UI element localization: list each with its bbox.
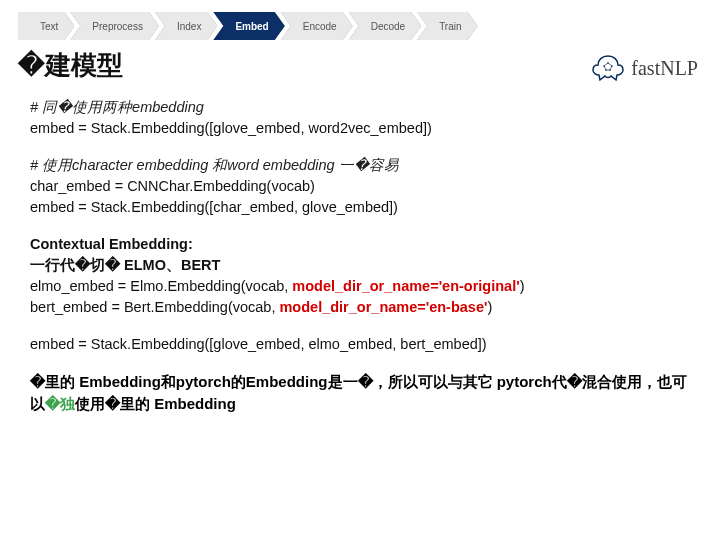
code-line-3a: elmo_embed = Elmo.Embedding(vocab, model…	[30, 276, 690, 297]
param-en-base: model_dir_or_name='en-base'	[279, 299, 487, 315]
pipeline-step-preprocess: Preprocess	[70, 12, 159, 40]
footer-note: �里的 Embedding和pytorch的Embedding是一�，所以可以与…	[0, 371, 720, 415]
page-title: �建模型	[18, 48, 123, 83]
pipeline-step-embed: Embed	[213, 12, 284, 40]
content-area: # 同�使用两种embedding embed = Stack.Embeddin…	[0, 83, 720, 355]
pipeline-step-decode: Decode	[349, 12, 421, 40]
pipeline-step-encode: Encode	[281, 12, 353, 40]
pipeline-step-train: Train	[417, 12, 477, 40]
pipeline-step-index: Index	[155, 12, 217, 40]
svg-line-5	[604, 63, 608, 66]
contextual-heading: Contextual Embedding:	[30, 234, 690, 255]
brand-name: fastNLP	[631, 57, 698, 80]
code-line-3b: bert_embed = Bert.Embedding(vocab, model…	[30, 297, 690, 318]
brand-logo: fastNLP	[591, 53, 698, 83]
param-en-original: model_dir_or_name='en-original'	[292, 278, 519, 294]
block-contextual: Contextual Embedding: 一行代�切� ELMO、BERT e…	[30, 234, 690, 318]
block-char-embed: # 使用character embedding 和word embedding …	[30, 155, 690, 218]
comment-2: # 使用character embedding 和word embedding …	[30, 155, 690, 176]
contextual-sub: 一行代�切� ELMO、BERT	[30, 255, 690, 276]
pipeline-stepper: Text Preprocess Index Embed Encode Decod…	[0, 0, 720, 40]
code-line-4: embed = Stack.Embedding([glove_embed, el…	[30, 334, 690, 355]
svg-line-8	[610, 66, 612, 70]
footer-highlight: �独	[45, 395, 75, 412]
block-stack-two: # 同�使用两种embedding embed = Stack.Embeddin…	[30, 97, 690, 139]
svg-line-7	[604, 66, 606, 70]
comment-1: # 同�使用两种embedding	[30, 97, 690, 118]
block-stack-all: embed = Stack.Embedding([glove_embed, el…	[30, 334, 690, 355]
brain-icon	[591, 53, 625, 83]
svg-line-6	[608, 63, 612, 66]
pipeline-step-text: Text	[18, 12, 74, 40]
code-line-1: embed = Stack.Embedding([glove_embed, wo…	[30, 118, 690, 139]
code-line-2b: embed = Stack.Embedding([char_embed, glo…	[30, 197, 690, 218]
code-line-2a: char_embed = CNNChar.Embedding(vocab)	[30, 176, 690, 197]
